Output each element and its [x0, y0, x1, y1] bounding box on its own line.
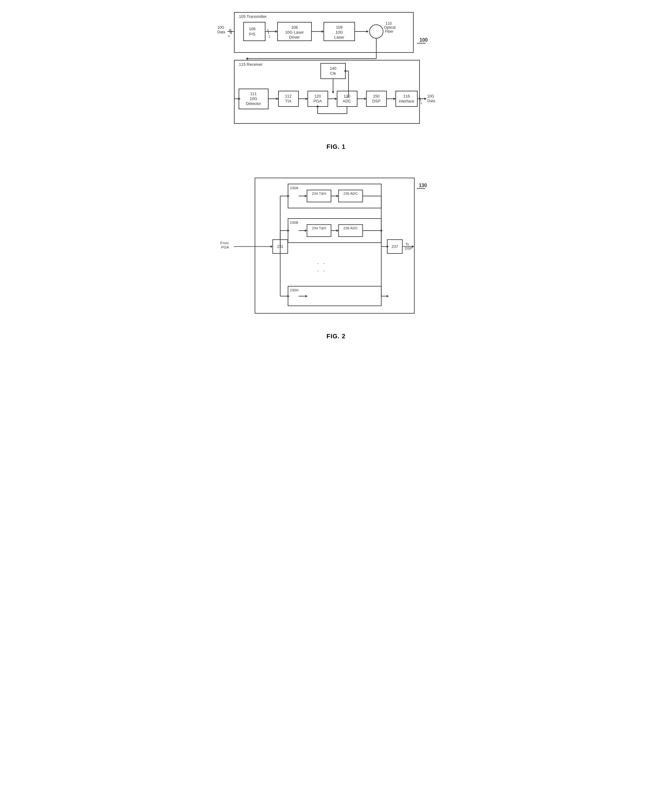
svg-text:Laser: Laser	[334, 35, 344, 39]
svg-text:TIA: TIA	[285, 99, 291, 103]
svg-text:10G: 10G	[335, 30, 343, 34]
svg-text:230B: 230B	[289, 220, 298, 224]
svg-marker-141	[288, 295, 289, 297]
svg-marker-92	[270, 246, 273, 248]
svg-text:·: ·	[323, 260, 325, 266]
svg-point-26	[369, 25, 383, 38]
svg-text:·: ·	[317, 267, 319, 274]
svg-text:108: 108	[291, 25, 298, 30]
svg-marker-100	[412, 246, 414, 248]
svg-text:230H: 230H	[289, 288, 298, 292]
svg-text:115 Receiver: 115 Receiver	[239, 62, 263, 67]
svg-marker-146	[386, 295, 389, 297]
svg-text:120: 120	[314, 94, 321, 99]
svg-marker-124	[305, 229, 307, 232]
svg-text:Clk: Clk	[330, 71, 336, 76]
svg-marker-111	[336, 195, 338, 197]
svg-marker-50	[238, 97, 241, 100]
svg-text:150: 150	[373, 94, 380, 99]
svg-text:236 ADC: 236 ADC	[343, 226, 358, 230]
fig1-diagram: 105 Transmitter 10G Data n 106 P/S 1 108…	[216, 9, 456, 150]
svg-text:DSP: DSP	[405, 246, 412, 250]
svg-text:PGA: PGA	[313, 99, 322, 103]
svg-text:10G: 10G	[249, 96, 257, 101]
svg-text:130: 130	[419, 183, 427, 188]
fig1-svg: 105 Transmitter 10G Data n 106 P/S 1 108…	[216, 9, 456, 139]
svg-marker-117	[386, 246, 389, 248]
svg-text:Data: Data	[427, 99, 435, 103]
svg-text:110: 110	[386, 21, 392, 26]
svg-marker-52	[276, 97, 278, 100]
svg-text:P/S: P/S	[249, 32, 255, 36]
svg-marker-57	[306, 97, 308, 100]
svg-rect-34	[234, 60, 419, 124]
svg-text:n: n	[420, 102, 422, 105]
svg-text:10G Laser: 10G Laser	[285, 30, 304, 34]
svg-marker-105	[288, 195, 289, 197]
svg-text:DSP: DSP	[372, 99, 380, 103]
svg-text:237: 237	[391, 244, 398, 249]
transmitter-label: 105 Transmitter	[239, 14, 267, 19]
svg-text:109: 109	[336, 25, 343, 30]
svg-marker-143	[305, 295, 308, 297]
svg-marker-40	[332, 91, 334, 94]
svg-text:n: n	[228, 34, 230, 38]
svg-text:234 T&H: 234 T&H	[312, 191, 326, 195]
svg-text:10G: 10G	[427, 94, 434, 99]
svg-text:ADC: ADC	[343, 99, 351, 103]
svg-text:130: 130	[344, 94, 350, 99]
svg-marker-128	[336, 229, 338, 232]
svg-text:Detector: Detector	[246, 101, 261, 106]
svg-marker-44	[344, 70, 346, 72]
fig2-caption: FIG. 2	[216, 333, 456, 340]
svg-text:111: 111	[250, 91, 257, 96]
fig2-svg: 130 From PGA 231 237 To DSP 230A	[219, 172, 453, 328]
fig2-diagram: 130 From PGA 231 237 To DSP 230A	[216, 172, 456, 340]
svg-text:10G: 10G	[217, 25, 224, 30]
fig1-ref-100: 100	[419, 38, 428, 42]
svg-text:106: 106	[249, 27, 256, 31]
svg-rect-7	[244, 22, 265, 41]
svg-text:140: 140	[330, 66, 336, 71]
svg-text:Fiber: Fiber	[385, 29, 393, 34]
svg-marker-62	[335, 97, 337, 100]
fig1-caption: FIG. 1	[216, 143, 456, 150]
svg-text:To: To	[405, 242, 409, 246]
svg-text:·: ·	[317, 260, 319, 266]
svg-marker-69	[316, 105, 319, 107]
svg-marker-107	[305, 195, 307, 197]
svg-marker-32	[246, 58, 248, 60]
svg-text:112: 112	[285, 94, 292, 99]
svg-marker-11	[275, 30, 278, 33]
svg-text:234 T&H: 234 T&H	[312, 226, 326, 230]
svg-text:Optical: Optical	[384, 25, 395, 30]
svg-marker-122	[288, 229, 289, 232]
svg-marker-81	[424, 97, 427, 100]
svg-text:·: ·	[323, 267, 325, 274]
svg-text:236 ADC: 236 ADC	[343, 191, 358, 195]
svg-marker-132	[381, 229, 383, 232]
svg-text:Data: Data	[217, 30, 225, 34]
svg-text:Driver: Driver	[289, 35, 300, 39]
svg-marker-19	[322, 30, 324, 33]
svg-text:230A: 230A	[289, 186, 298, 190]
svg-text:PGA: PGA	[221, 245, 229, 249]
svg-text:interface: interface	[399, 99, 414, 103]
svg-text:116: 116	[403, 94, 410, 99]
svg-marker-76	[394, 97, 396, 100]
svg-marker-25	[366, 30, 369, 33]
svg-text:1: 1	[269, 35, 270, 38]
svg-text:From: From	[220, 241, 228, 245]
svg-marker-71	[364, 97, 366, 100]
